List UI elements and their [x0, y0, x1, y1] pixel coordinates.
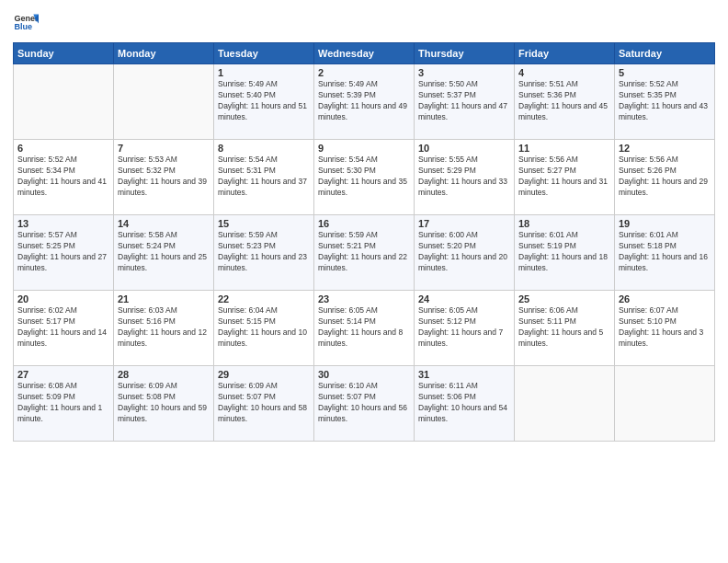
calendar-cell: 22Sunrise: 6:04 AM Sunset: 5:15 PM Dayli… [214, 291, 314, 366]
day-info: Sunrise: 5:55 AM Sunset: 5:29 PM Dayligh… [418, 155, 510, 199]
day-info: Sunrise: 6:05 AM Sunset: 5:14 PM Dayligh… [318, 305, 410, 350]
calendar-cell: 31Sunrise: 6:11 AM Sunset: 5:06 PM Dayli… [415, 366, 515, 442]
calendar-cell: 29Sunrise: 6:09 AM Sunset: 5:07 PM Dayli… [214, 366, 314, 442]
day-info: Sunrise: 6:09 AM Sunset: 5:07 PM Dayligh… [218, 381, 310, 425]
calendar-week-row: 27Sunrise: 6:08 AM Sunset: 5:09 PM Dayli… [14, 366, 715, 442]
calendar-cell: 28Sunrise: 6:09 AM Sunset: 5:08 PM Dayli… [114, 366, 214, 442]
weekday-header: Wednesday [314, 43, 415, 64]
day-info: Sunrise: 5:51 AM Sunset: 5:36 PM Dayligh… [518, 79, 610, 123]
weekday-header: Tuesday [214, 43, 314, 64]
day-number: 23 [318, 293, 410, 304]
day-info: Sunrise: 6:07 AM Sunset: 5:10 PM Dayligh… [619, 305, 711, 350]
calendar-cell: 12Sunrise: 5:56 AM Sunset: 5:26 PM Dayli… [615, 140, 715, 215]
calendar-cell: 1Sunrise: 5:49 AM Sunset: 5:40 PM Daylig… [214, 64, 314, 140]
calendar-cell: 10Sunrise: 5:55 AM Sunset: 5:29 PM Dayli… [415, 140, 515, 215]
day-number: 2 [318, 67, 410, 78]
calendar-cell [515, 366, 615, 442]
day-info: Sunrise: 6:09 AM Sunset: 5:08 PM Dayligh… [118, 381, 210, 425]
day-number: 6 [17, 143, 109, 154]
calendar-cell: 23Sunrise: 6:05 AM Sunset: 5:14 PM Dayli… [314, 291, 415, 366]
day-info: Sunrise: 6:05 AM Sunset: 5:12 PM Dayligh… [418, 305, 510, 350]
day-info: Sunrise: 5:52 AM Sunset: 5:35 PM Dayligh… [619, 79, 711, 123]
calendar-cell: 18Sunrise: 6:01 AM Sunset: 5:19 PM Dayli… [515, 215, 615, 291]
calendar-table: SundayMondayTuesdayWednesdayThursdayFrid… [13, 42, 715, 442]
day-number: 18 [518, 218, 610, 229]
day-number: 25 [518, 293, 610, 304]
day-number: 19 [619, 218, 711, 229]
calendar-cell: 3Sunrise: 5:50 AM Sunset: 5:37 PM Daylig… [415, 64, 515, 140]
day-info: Sunrise: 5:53 AM Sunset: 5:32 PM Dayligh… [118, 155, 210, 199]
day-number: 4 [518, 67, 610, 78]
weekday-header: Saturday [615, 43, 715, 64]
day-info: Sunrise: 5:56 AM Sunset: 5:27 PM Dayligh… [518, 155, 610, 199]
day-number: 3 [418, 67, 510, 78]
calendar-cell: 20Sunrise: 6:02 AM Sunset: 5:17 PM Dayli… [14, 291, 114, 366]
day-info: Sunrise: 5:54 AM Sunset: 5:31 PM Dayligh… [218, 155, 310, 199]
day-number: 10 [418, 143, 510, 154]
calendar-week-row: 13Sunrise: 5:57 AM Sunset: 5:25 PM Dayli… [14, 215, 715, 291]
day-info: Sunrise: 5:56 AM Sunset: 5:26 PM Dayligh… [619, 155, 711, 199]
weekday-header-row: SundayMondayTuesdayWednesdayThursdayFrid… [14, 43, 715, 64]
calendar-cell: 2Sunrise: 5:49 AM Sunset: 5:39 PM Daylig… [314, 64, 415, 140]
calendar-cell: 24Sunrise: 6:05 AM Sunset: 5:12 PM Dayli… [415, 291, 515, 366]
day-info: Sunrise: 5:49 AM Sunset: 5:40 PM Dayligh… [218, 79, 310, 123]
day-number: 22 [218, 293, 310, 304]
calendar-cell [114, 64, 214, 140]
page-header: General Blue [13, 9, 715, 35]
logo-icon: General Blue [13, 9, 39, 35]
calendar-cell: 4Sunrise: 5:51 AM Sunset: 5:36 PM Daylig… [515, 64, 615, 140]
calendar-cell: 26Sunrise: 6:07 AM Sunset: 5:10 PM Dayli… [615, 291, 715, 366]
day-number: 30 [318, 369, 410, 380]
svg-text:Blue: Blue [14, 22, 32, 31]
day-number: 9 [318, 143, 410, 154]
day-number: 11 [518, 143, 610, 154]
calendar-cell [615, 366, 715, 442]
calendar-cell: 25Sunrise: 6:06 AM Sunset: 5:11 PM Dayli… [515, 291, 615, 366]
day-info: Sunrise: 6:01 AM Sunset: 5:18 PM Dayligh… [619, 230, 711, 274]
day-number: 5 [619, 67, 711, 78]
day-info: Sunrise: 6:06 AM Sunset: 5:11 PM Dayligh… [518, 305, 610, 350]
day-info: Sunrise: 6:02 AM Sunset: 5:17 PM Dayligh… [17, 305, 109, 350]
day-number: 17 [418, 218, 510, 229]
day-info: Sunrise: 6:11 AM Sunset: 5:06 PM Dayligh… [418, 381, 510, 425]
day-info: Sunrise: 6:08 AM Sunset: 5:09 PM Dayligh… [17, 381, 109, 425]
page-container: General Blue SundayMondayTuesdayWednesda… [0, 0, 728, 449]
calendar-week-row: 6Sunrise: 5:52 AM Sunset: 5:34 PM Daylig… [14, 140, 715, 215]
calendar-week-row: 20Sunrise: 6:02 AM Sunset: 5:17 PM Dayli… [14, 291, 715, 366]
calendar-cell: 6Sunrise: 5:52 AM Sunset: 5:34 PM Daylig… [14, 140, 114, 215]
calendar-cell: 8Sunrise: 5:54 AM Sunset: 5:31 PM Daylig… [214, 140, 314, 215]
day-info: Sunrise: 6:04 AM Sunset: 5:15 PM Dayligh… [218, 305, 310, 350]
day-number: 12 [619, 143, 711, 154]
day-number: 13 [17, 218, 109, 229]
day-info: Sunrise: 5:49 AM Sunset: 5:39 PM Dayligh… [318, 79, 410, 123]
day-number: 28 [118, 369, 210, 380]
day-number: 21 [118, 293, 210, 304]
calendar-cell: 17Sunrise: 6:00 AM Sunset: 5:20 PM Dayli… [415, 215, 515, 291]
day-info: Sunrise: 6:00 AM Sunset: 5:20 PM Dayligh… [418, 230, 510, 274]
day-number: 26 [619, 293, 711, 304]
calendar-cell: 5Sunrise: 5:52 AM Sunset: 5:35 PM Daylig… [615, 64, 715, 140]
day-number: 24 [418, 293, 510, 304]
day-number: 14 [118, 218, 210, 229]
calendar-cell: 14Sunrise: 5:58 AM Sunset: 5:24 PM Dayli… [114, 215, 214, 291]
calendar-cell: 16Sunrise: 5:59 AM Sunset: 5:21 PM Dayli… [314, 215, 415, 291]
day-info: Sunrise: 6:10 AM Sunset: 5:07 PM Dayligh… [318, 381, 410, 425]
calendar-cell: 9Sunrise: 5:54 AM Sunset: 5:30 PM Daylig… [314, 140, 415, 215]
day-info: Sunrise: 5:59 AM Sunset: 5:23 PM Dayligh… [218, 230, 310, 274]
day-info: Sunrise: 5:54 AM Sunset: 5:30 PM Dayligh… [318, 155, 410, 199]
day-info: Sunrise: 5:58 AM Sunset: 5:24 PM Dayligh… [118, 230, 210, 274]
day-number: 1 [218, 67, 310, 78]
weekday-header: Thursday [415, 43, 515, 64]
day-number: 16 [318, 218, 410, 229]
weekday-header: Sunday [14, 43, 114, 64]
calendar-cell: 7Sunrise: 5:53 AM Sunset: 5:32 PM Daylig… [114, 140, 214, 215]
day-number: 8 [218, 143, 310, 154]
calendar-cell: 13Sunrise: 5:57 AM Sunset: 5:25 PM Dayli… [14, 215, 114, 291]
calendar-week-row: 1Sunrise: 5:49 AM Sunset: 5:40 PM Daylig… [14, 64, 715, 140]
logo: General Blue [13, 9, 39, 35]
day-info: Sunrise: 5:52 AM Sunset: 5:34 PM Dayligh… [17, 155, 109, 199]
day-info: Sunrise: 5:59 AM Sunset: 5:21 PM Dayligh… [318, 230, 410, 274]
calendar-cell: 27Sunrise: 6:08 AM Sunset: 5:09 PM Dayli… [14, 366, 114, 442]
day-number: 31 [418, 369, 510, 380]
day-info: Sunrise: 5:57 AM Sunset: 5:25 PM Dayligh… [17, 230, 109, 274]
